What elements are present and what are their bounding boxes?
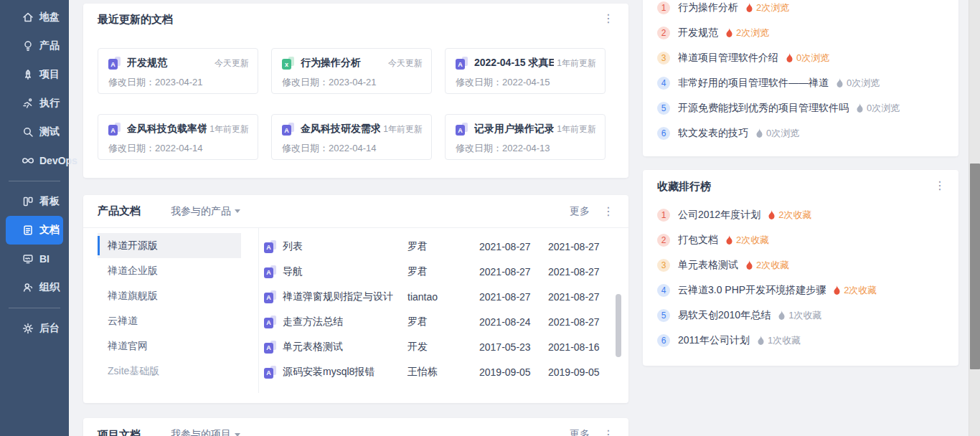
ranking-item[interactable]: 5 易软天创2010年总结 1次收藏 bbox=[657, 303, 944, 328]
kebab-menu-icon[interactable]: ⋮ bbox=[934, 180, 946, 191]
product-more-link[interactable]: 更多 bbox=[570, 205, 590, 218]
doc-updated-date: 2021-08-27 bbox=[548, 266, 617, 278]
view-count: 0次浏览 bbox=[867, 102, 900, 115]
doc-link[interactable]: 易软天创2010年总结 bbox=[678, 309, 771, 322]
table-row[interactable]: A禅道弹窗规则指定与设计 tiantao 2021-08-27 2021-08-… bbox=[264, 284, 620, 309]
recent-doc-card[interactable]: x 行为操作分析 今天更新 修改日期：2023-04-21 bbox=[271, 48, 432, 94]
doc-link[interactable]: 行为操作分析 bbox=[678, 1, 738, 14]
rank-badge: 5 bbox=[657, 309, 670, 322]
ranking-item[interactable]: 1 公司2012年度计划 2次收藏 bbox=[657, 202, 944, 227]
recent-docs-card: 最近更新的文档 ⋮ A 开发规范 今天更新 修改日期：2023-04-21 x … bbox=[83, 4, 628, 178]
ranking-item[interactable]: 5 开源免费能找到优秀的项目管理软件吗 0次浏览 bbox=[657, 95, 944, 120]
view-count: 2次浏览 bbox=[756, 1, 789, 14]
ranking-item[interactable]: 4 非常好用的项目管理软件——禅道 0次浏览 bbox=[657, 70, 944, 95]
product-filter-dropdown[interactable]: 我参与的产品 bbox=[171, 205, 240, 218]
doc-link[interactable]: 开发规范 bbox=[678, 27, 718, 39]
page-scrollbar-thumb[interactable] bbox=[970, 164, 980, 369]
word-doc-icon: A bbox=[108, 123, 121, 136]
sidebar-item-test[interactable]: 测试 bbox=[0, 118, 69, 146]
flame-icon bbox=[725, 28, 733, 37]
recent-doc-card[interactable]: A 开发规范 今天更新 修改日期：2023-04-21 bbox=[98, 48, 258, 94]
sidebar-item-doc[interactable]: 文档 bbox=[6, 216, 63, 245]
home-icon bbox=[22, 11, 34, 24]
doc-link[interactable]: 开源免费能找到优秀的项目管理软件吗 bbox=[678, 102, 849, 115]
rank-badge: 4 bbox=[657, 284, 670, 297]
sidebar-item-bi[interactable]: BI bbox=[0, 245, 69, 273]
flame-icon bbox=[755, 128, 763, 138]
doc-link[interactable]: 打包文档 bbox=[678, 234, 718, 247]
doc-modified-date: 修改日期：2022-04-15 bbox=[456, 76, 596, 89]
doc-link[interactable]: 云禅道3.0 PHP开发环境搭建步骤 bbox=[678, 284, 826, 297]
view-count: 0次浏览 bbox=[796, 52, 829, 65]
doc-link[interactable]: 单元表格测试 bbox=[678, 259, 738, 272]
doc-name: 源码安装mysql8报错 bbox=[283, 366, 374, 379]
ranking-item[interactable]: 6 软文发表的技巧 0次浏览 bbox=[657, 120, 944, 146]
table-row[interactable]: A列表 罗君 2021-08-27 2021-08-27 bbox=[264, 234, 620, 259]
kebab-menu-icon[interactable]: ⋮ bbox=[603, 429, 614, 436]
sidebar-item-org[interactable]: 组织 bbox=[0, 273, 69, 302]
doc-link[interactable]: 非常好用的项目管理软件——禅道 bbox=[678, 77, 829, 90]
table-row[interactable]: A单元表格测试 开发 2017-05-23 2021-08-16 bbox=[264, 334, 620, 359]
ranking-item[interactable]: 3 禅道项目管理软件介绍 0次浏览 bbox=[657, 45, 944, 70]
sidebar-item-label: 项目 bbox=[39, 68, 60, 81]
recent-doc-card[interactable]: A 金风科技负载率饼 1年前更新 修改日期：2022-04-14 bbox=[98, 114, 258, 160]
ranking-item[interactable]: 4 云禅道3.0 PHP开发环境搭建步骤 2次收藏 bbox=[657, 278, 944, 303]
update-time-badge: 1年前更新 bbox=[557, 57, 596, 70]
table-row[interactable]: A导航 罗君 2021-08-27 2021-08-27 bbox=[264, 259, 620, 284]
doc-link[interactable]: 软文发表的技巧 bbox=[678, 127, 748, 140]
kebab-menu-icon[interactable]: ⋮ bbox=[603, 206, 614, 217]
doc-updated-date: 2021-08-27 bbox=[548, 316, 617, 328]
word-doc-icon: A bbox=[264, 240, 277, 253]
rank-badge: 2 bbox=[657, 27, 670, 39]
kanban-icon bbox=[22, 195, 34, 208]
ranking-item[interactable]: 2 打包文档 2次收藏 bbox=[657, 227, 944, 252]
product-list-item[interactable]: 禅道企业版 bbox=[98, 258, 241, 283]
sidebar-item-execution[interactable]: 执行 bbox=[0, 89, 69, 118]
product-list-item[interactable]: 禅道开源版 bbox=[98, 233, 241, 258]
sidebar-item-label: BI bbox=[39, 253, 50, 265]
recent-doc-card[interactable]: A 金风科技研发需求 1年前更新 修改日期：2022-04-14 bbox=[271, 114, 432, 160]
flame-icon bbox=[745, 3, 753, 12]
product-list-item[interactable]: 禅道旗舰版 bbox=[98, 283, 241, 308]
word-doc-icon: A bbox=[456, 123, 468, 136]
project-more-link[interactable]: 更多 bbox=[570, 428, 590, 436]
word-doc-icon: A bbox=[264, 316, 277, 328]
view-ranking-list: 1 行为操作分析 2次浏览 2 开发规范 2次浏览 3 禅道项目管理软件介绍 0… bbox=[657, 0, 944, 146]
sidebar-item-kanban[interactable]: 看板 bbox=[0, 187, 69, 216]
table-row[interactable]: A走查方法总结 罗君 2021-08-24 2021-08-27 bbox=[264, 309, 620, 334]
product-list-item[interactable]: Zsite基础版 bbox=[98, 359, 241, 384]
flame-icon bbox=[768, 210, 776, 219]
doc-link[interactable]: 2011年公司计划 bbox=[678, 334, 750, 347]
table-row[interactable]: A源码安装mysql8报错 王怡栋 2019-09-05 2019-09-05 bbox=[264, 359, 620, 384]
recent-doc-card[interactable]: A 2022-04-15 求真E 1年前更新 修改日期：2022-04-15 bbox=[445, 48, 606, 94]
recent-docs-title: 最近更新的文档 bbox=[98, 13, 603, 27]
excel-doc-icon: x bbox=[282, 57, 295, 70]
project-filter-dropdown[interactable]: 我参与的项目 bbox=[171, 428, 240, 436]
doc-link[interactable]: 公司2012年度计划 bbox=[678, 209, 760, 222]
doc-link[interactable]: 禅道项目管理软件介绍 bbox=[678, 52, 778, 65]
favorite-count: 1次收藏 bbox=[768, 334, 801, 347]
ranking-item[interactable]: 1 行为操作分析 2次浏览 bbox=[657, 0, 944, 20]
product-list-item[interactable]: 禅道官网 bbox=[98, 333, 241, 359]
recent-doc-card[interactable]: A 记录用户操作记录 1年前更新 修改日期：2022-04-13 bbox=[445, 114, 606, 160]
product-list-item[interactable]: 云禅道 bbox=[98, 308, 241, 333]
sidebar-item-label: 文档 bbox=[39, 224, 60, 237]
doc-title: 行为操作分析 bbox=[301, 57, 385, 70]
sidebar-item-product[interactable]: 产品 bbox=[0, 32, 69, 60]
sidebar-item-dashboard[interactable]: 地盘 bbox=[0, 3, 69, 32]
sidebar-item-project[interactable]: 项目 bbox=[0, 60, 69, 89]
ranking-item[interactable]: 2 开发规范 2次浏览 bbox=[657, 20, 944, 45]
sidebar-item-label: DevOps bbox=[39, 155, 77, 166]
ranking-item[interactable]: 3 单元表格测试 2次收藏 bbox=[657, 252, 944, 278]
sidebar-item-devops[interactable]: DevOps bbox=[0, 146, 69, 175]
doc-title: 金风科技负载率饼 bbox=[127, 123, 207, 136]
page-scrollbar-track[interactable] bbox=[969, 0, 980, 436]
sidebar-item-admin[interactable]: 后台 bbox=[0, 314, 69, 343]
ranking-item[interactable]: 6 2011年公司计划 1次收藏 bbox=[657, 328, 944, 353]
table-row-clipped bbox=[264, 228, 620, 234]
sidebar-divider bbox=[9, 308, 60, 308]
doc-author: 罗君 bbox=[407, 240, 479, 253]
favorite-count: 2次收藏 bbox=[736, 234, 769, 247]
kebab-menu-icon[interactable]: ⋮ bbox=[603, 13, 614, 24]
table-scrollbar-thumb[interactable] bbox=[616, 294, 621, 357]
